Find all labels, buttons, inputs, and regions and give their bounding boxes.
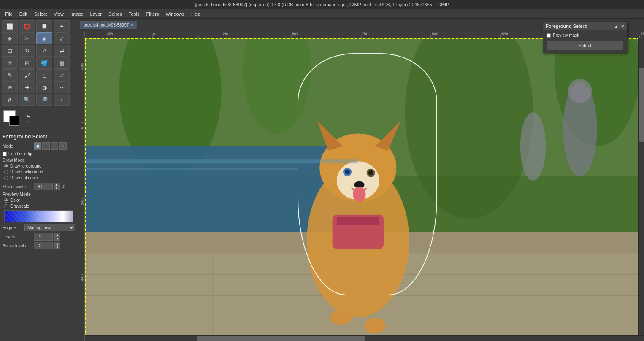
preview-mask-row[interactable]: Preview mask	[547, 33, 623, 38]
tool-bucket-fill[interactable]: 🪣	[36, 57, 52, 69]
tool-zoom[interactable]: 🔎	[36, 94, 52, 106]
image-canvas[interactable]	[85, 38, 644, 341]
tool-clone[interactable]: ⊕	[2, 81, 18, 93]
canvas-area[interactable]: pexels-hnoody93-58997 × -250 0 250 500 7…	[78, 19, 644, 341]
menu-layer[interactable]: Layer	[87, 11, 106, 17]
menu-view[interactable]: View	[50, 11, 67, 17]
tool-fuzzy-select[interactable]: ✦	[54, 20, 70, 32]
levels-up[interactable]: ▲	[54, 233, 60, 237]
reset-stroke-icon[interactable]: ↺	[61, 184, 65, 189]
draw-background-row[interactable]: Draw background	[4, 170, 75, 174]
menu-windows[interactable]: Windows	[162, 11, 188, 17]
preview-mask-checkbox[interactable]	[547, 33, 551, 38]
svg-point-63	[365, 318, 386, 333]
tool-move[interactable]: ✛	[2, 57, 18, 69]
preview-grayscale-radio[interactable]	[4, 204, 8, 208]
background-color[interactable]	[9, 116, 19, 126]
tool-grid: ⬜ ⭕ 🔲 ✦ ❖ ✂ ◈ ⤢ ⊡ ↻ ↗ ⇄ ✛ ⊟ 🪣 ▦ ✎ 🖌 ◻ ⊿ …	[0, 19, 78, 107]
draw-unknown-radio[interactable]	[4, 176, 8, 180]
engine-label: Engine	[3, 225, 23, 230]
horizontal-scroll-thumb[interactable]	[197, 336, 365, 341]
tool-scale[interactable]: ↗	[36, 45, 52, 57]
preview-color-row[interactable]: Color	[4, 198, 75, 203]
tool-airbrush[interactable]: ⊿	[54, 69, 70, 81]
vertical-scrollbar[interactable]	[638, 38, 644, 335]
preview-grayscale-row[interactable]: Grayscale	[4, 204, 75, 208]
svg-rect-22	[78, 38, 85, 341]
preview-color-label: Color	[10, 198, 20, 203]
menu-image[interactable]: Image	[67, 11, 87, 17]
engine-select[interactable]: Matting Levin Simple	[24, 224, 75, 231]
tool-eraser[interactable]: ◻	[36, 69, 52, 81]
draw-background-radio[interactable]	[4, 170, 8, 174]
tool-text[interactable]: A	[2, 94, 18, 106]
tool-pencil[interactable]: ✎	[2, 69, 18, 81]
tool-flip[interactable]: ⇄	[54, 45, 70, 57]
svg-text:1000: 1000	[432, 32, 438, 35]
mode-replace[interactable]: ◼	[34, 142, 41, 150]
active-levels-up[interactable]: ▲	[54, 242, 60, 246]
main-layout: ⬜ ⭕ 🔲 ✦ ❖ ✂ ◈ ⤢ ⊡ ↻ ↗ ⇄ ✛ ⊟ 🪣 ▦ ✎ 🖌 ◻ ⊿ …	[0, 19, 644, 341]
feather-edges-checkbox[interactable]	[3, 152, 7, 156]
fg-dialog-close[interactable]: ✕	[621, 24, 624, 29]
tool-crop[interactable]: ⊡	[2, 45, 18, 57]
canvas-tab-label: pexels-hnoody93-58997	[84, 23, 129, 27]
tool-magnify[interactable]: +	[54, 94, 70, 106]
tool-transform[interactable]: ⤢	[54, 32, 70, 44]
tool-select-by-color[interactable]: ❖	[2, 32, 18, 44]
tool-paintbrush[interactable]: 🖌	[19, 69, 35, 81]
svg-point-50	[568, 79, 592, 103]
tool-scissors-select[interactable]: ✂	[19, 32, 35, 44]
tool-free-select[interactable]: 🔲	[36, 20, 52, 32]
fg-select-button[interactable]: Select	[547, 41, 623, 50]
reset-colors-icon[interactable]: ↩	[27, 119, 30, 124]
stroke-width-input[interactable]	[34, 183, 53, 190]
fg-dialog-up-arrow[interactable]: ▲	[614, 24, 618, 29]
levels-down[interactable]: ▼	[54, 237, 60, 241]
tool-rect-select[interactable]: ⬜	[2, 20, 18, 32]
svg-point-48	[520, 112, 546, 181]
swap-colors-icon[interactable]: ⇆	[27, 114, 30, 119]
draw-foreground-radio[interactable]	[4, 164, 8, 168]
horizontal-scrollbar[interactable]	[85, 335, 644, 341]
tool-ellipse-select[interactable]: ⭕	[19, 20, 35, 32]
menu-filters[interactable]: Filters	[143, 11, 162, 17]
tool-fg-select[interactable]: ◈	[36, 32, 52, 44]
canvas-tab-close[interactable]: ×	[130, 23, 133, 27]
svg-text:1250: 1250	[501, 32, 508, 35]
feather-edges-row[interactable]: Feather edges	[3, 152, 75, 156]
stroke-width-down[interactable]: ▼	[54, 187, 60, 190]
tool-align[interactable]: ⊟	[19, 57, 35, 69]
menu-edit[interactable]: Edit	[16, 11, 31, 17]
levels-input[interactable]	[34, 233, 53, 241]
color-swatches: ⇆ ↩	[0, 107, 78, 131]
active-levels-down[interactable]: ▼	[54, 246, 60, 249]
tool-smudge[interactable]: 〰	[54, 81, 70, 93]
tool-dodge-burn[interactable]: ◑	[36, 81, 52, 93]
mode-intersect[interactable]: ∩	[59, 142, 67, 150]
tool-color-picker[interactable]: 🔍	[19, 94, 35, 106]
menu-file[interactable]: File	[2, 11, 16, 17]
menu-help[interactable]: Help	[188, 11, 204, 17]
preview-color-radio[interactable]	[4, 198, 8, 203]
canvas-tab[interactable]: pexels-hnoody93-58997 ×	[80, 21, 137, 29]
menu-select[interactable]: Select	[31, 11, 51, 17]
fg-dialog-titlebar: Foreground Select ▲ ✕	[543, 22, 627, 30]
active-levels-input[interactable]	[34, 242, 53, 249]
fg-dialog-body: Preview mask Select	[543, 30, 627, 53]
draw-foreground-row[interactable]: Draw foreground	[4, 164, 75, 168]
stroke-width-up[interactable]: ▲	[54, 183, 60, 187]
tool-blend[interactable]: ▦	[54, 57, 70, 69]
svg-text:1750: 1750	[641, 32, 644, 35]
tool-rotate[interactable]: ↻	[19, 45, 35, 57]
menu-tools[interactable]: Tools	[125, 11, 143, 17]
mode-subtract[interactable]: −	[51, 142, 58, 150]
draw-unknown-row[interactable]: Draw unknown	[4, 176, 75, 180]
menu-colors[interactable]: Colors	[105, 11, 125, 17]
preview-mask-label: Preview mask	[553, 33, 579, 38]
vertical-scroll-thumb[interactable]	[639, 68, 644, 142]
menu-bar: File Edit Select View Image Layer Colors…	[0, 9, 644, 19]
tool-heal[interactable]: ✚	[19, 81, 35, 93]
stroke-width-row: Stroke width ▲ ▼ ↺	[3, 183, 75, 190]
mode-add[interactable]: +	[42, 142, 50, 150]
